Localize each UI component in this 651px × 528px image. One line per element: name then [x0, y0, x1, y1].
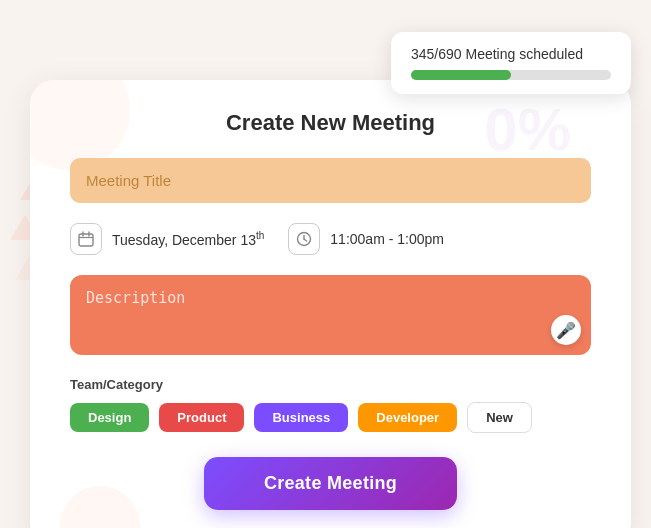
tag-developer[interactable]: Developer — [358, 403, 457, 432]
mic-button[interactable]: 🎤 — [551, 315, 581, 345]
tag-design[interactable]: Design — [70, 403, 149, 432]
card-title: Create New Meeting — [70, 110, 591, 136]
meeting-count-label: 345/690 Meeting scheduled — [411, 46, 611, 62]
tags-row: Design Product Business Developer New — [70, 402, 591, 433]
tag-product[interactable]: Product — [159, 403, 244, 432]
description-wrapper: 🎤 — [70, 275, 591, 355]
team-category-label: Team/Category — [70, 377, 591, 392]
clock-icon[interactable] — [288, 223, 320, 255]
date-item: Tuesday, December 13th — [70, 223, 264, 255]
time-item: 11:00am - 1:00pm — [288, 223, 444, 255]
description-textarea[interactable] — [70, 275, 591, 355]
progress-tooltip: 345/690 Meeting scheduled — [391, 32, 631, 94]
datetime-row: Tuesday, December 13th 11:00am - 1:00pm — [70, 223, 591, 255]
create-meeting-button[interactable]: Create Meeting — [204, 457, 457, 510]
meeting-title-input[interactable] — [70, 158, 591, 203]
svg-line-17 — [304, 239, 307, 241]
tag-business[interactable]: Business — [254, 403, 348, 432]
svg-rect-11 — [79, 234, 93, 246]
create-meeting-card: 0% Create New Meeting Tuesday, December … — [30, 80, 631, 528]
tag-new[interactable]: New — [467, 402, 532, 433]
time-label: 11:00am - 1:00pm — [330, 231, 444, 247]
team-category-section: Team/Category Design Product Business De… — [70, 377, 591, 433]
date-label: Tuesday, December 13th — [112, 230, 264, 248]
calendar-icon[interactable] — [70, 223, 102, 255]
create-btn-wrapper: Create Meeting — [70, 457, 591, 510]
progress-bar-fill — [411, 70, 511, 80]
progress-bar-background — [411, 70, 611, 80]
